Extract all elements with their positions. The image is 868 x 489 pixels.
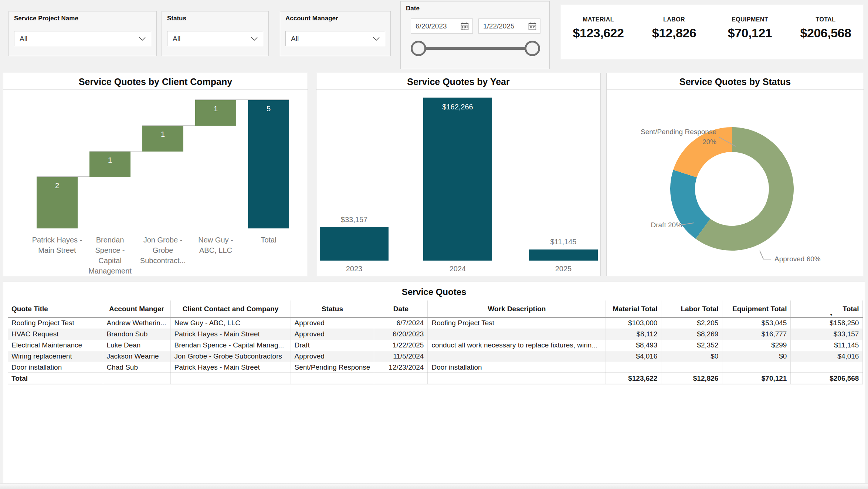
table-cell[interactable]: Approved (291, 351, 374, 362)
table-cell[interactable]: $299 (722, 340, 791, 351)
table-total-cell (103, 373, 170, 384)
waterfall-bar-data-label: 5 (248, 105, 289, 113)
column-header-material-total[interactable]: Material Total (606, 300, 661, 317)
table-cell[interactable] (428, 329, 606, 340)
service-quotes-table-panel: Service Quotes Quote TitleAccount Manger… (3, 282, 865, 483)
table-cell[interactable]: Approved (291, 329, 374, 340)
kpi-equipment: EQUIPMENT $70,121 (712, 5, 788, 59)
table-row[interactable]: Door installationChad SubPatrick Hayes -… (8, 362, 863, 373)
table-cell[interactable]: Electrical Maintenance (8, 340, 103, 351)
table-cell[interactable]: $53,045 (722, 317, 791, 329)
table-row[interactable]: Roofing Project TestAndrew Wetherin...Ne… (8, 317, 863, 329)
status-dropdown[interactable]: All (167, 31, 263, 46)
table-cell[interactable]: 6/20/2023 (374, 329, 428, 340)
waterfall-bar-data-label: 2 (37, 181, 78, 190)
waterfall-bar-data-label: 1 (142, 130, 183, 139)
date-end-input[interactable]: 1/22/2025 (478, 18, 540, 34)
table-cell[interactable]: $2,205 (661, 317, 722, 329)
table-cell[interactable]: 12/23/2024 (374, 362, 428, 373)
account-manager-dropdown[interactable]: All (285, 31, 385, 46)
year-bar-2024[interactable] (423, 98, 492, 261)
page-footer-strip (0, 483, 868, 489)
table-cell[interactable]: Sent/Pending Response (291, 362, 374, 373)
waterfall-bar-data-label: 1 (195, 105, 236, 113)
table-cell[interactable]: Roofing Project Test (428, 317, 606, 329)
callout-approved: Approved 60% (774, 254, 856, 264)
calendar-icon[interactable] (528, 22, 536, 30)
table-cell[interactable]: Andrew Wetherin... (103, 317, 170, 329)
table-cell[interactable]: Door installation (428, 362, 606, 373)
table-total-row: Total$123,622$12,826$70,121$206,568 (8, 373, 863, 384)
table-cell[interactable]: Draft (291, 340, 374, 351)
calendar-icon[interactable] (461, 22, 469, 30)
table-cell[interactable]: Jackson Wearne (103, 351, 170, 362)
callout-sent-pending: Sent/Pending Response 20% (621, 127, 716, 147)
kpi-total: TOTAL $206,568 (788, 5, 864, 59)
table-cell[interactable]: $4,016 (791, 351, 863, 362)
table-cell[interactable]: $8,493 (606, 340, 661, 351)
year-plot-area: $33,1572023$162,2662024$11,1452025 (316, 90, 600, 276)
table-total-cell (374, 373, 428, 384)
column-header-work-description[interactable]: Work Description (428, 300, 606, 317)
table-cell[interactable]: 6/7/2024 (374, 317, 428, 329)
kpi-value: $70,121 (728, 26, 772, 40)
date-range-slider-track[interactable] (418, 47, 532, 50)
table-cell[interactable]: $103,000 (606, 317, 661, 329)
table-cell[interactable]: Wiring replacement (8, 351, 103, 362)
table-row[interactable]: HVAC RequestBrandon SubPatrick Hayes - M… (8, 329, 863, 340)
table-row[interactable]: Wiring replacementJackson WearneJon Grob… (8, 351, 863, 362)
table-cell[interactable]: Jon Grobe - Grobe Subcontractors (170, 351, 291, 362)
table-total-cell: $12,826 (661, 373, 722, 384)
column-header-equipment-total[interactable]: Equipment Total (722, 300, 791, 317)
table-cell[interactable]: $8,112 (606, 329, 661, 340)
kpi-label: EQUIPMENT (732, 16, 768, 23)
column-header-status[interactable]: Status (291, 300, 374, 317)
service-project-name-slicer: Service Project Name All (9, 11, 157, 56)
table-header-row: Quote TitleAccount MangerClient Contact … (8, 300, 863, 317)
table-cell[interactable]: $33,157 (791, 329, 863, 340)
column-header-account-manger[interactable]: Account Manger (103, 300, 170, 317)
table-cell[interactable]: Roofing Project Test (8, 317, 103, 329)
year-bar-data-label: $162,266 (416, 103, 499, 111)
column-header-quote-title[interactable]: Quote Title (8, 300, 103, 317)
table-cell[interactable]: Luke Dean (103, 340, 170, 351)
table-cell[interactable]: $0 (661, 351, 722, 362)
table-cell[interactable]: $0 (722, 351, 791, 362)
column-header-labor-total[interactable]: Labor Total (661, 300, 722, 317)
table-row[interactable]: Electrical MaintenanceLuke DeanBrendan S… (8, 340, 863, 351)
table-cell[interactable]: HVAC Request (8, 329, 103, 340)
table-cell[interactable] (428, 351, 606, 362)
table-cell[interactable]: $16,777 (722, 329, 791, 340)
year-bar-2025[interactable] (529, 249, 598, 261)
table-cell[interactable]: $4,016 (606, 351, 661, 362)
column-header-client-contact-and-company[interactable]: Client Contact and Company (170, 300, 291, 317)
date-range-slider-handle-start[interactable] (411, 41, 426, 56)
table-cell[interactable]: Patrick Hayes - Main Street (170, 362, 291, 373)
date-range-slider-handle-end[interactable] (525, 41, 540, 56)
table-cell[interactable]: 11/5/2024 (374, 351, 428, 362)
year-bar-2023[interactable] (320, 227, 389, 261)
table-cell[interactable]: Patrick Hayes - Main Street (170, 329, 291, 340)
table-cell[interactable]: Chad Sub (103, 362, 170, 373)
table-cell[interactable]: Brandon Sub (103, 329, 170, 340)
table-cell[interactable]: conduct all work necessary to replace fi… (428, 340, 606, 351)
table-cell[interactable]: Approved (291, 317, 374, 329)
table-cell[interactable] (606, 362, 661, 373)
table-cell[interactable]: Door installation (8, 362, 103, 373)
service-project-name-dropdown[interactable]: All (14, 31, 151, 46)
table-cell[interactable]: $11,145 (791, 340, 863, 351)
table-cell[interactable]: $8,269 (661, 329, 722, 340)
table-cell[interactable] (791, 362, 863, 373)
chart-title: Service Quotes by Year (316, 73, 600, 90)
date-start-input[interactable]: 6/20/2023 (411, 18, 473, 34)
table-cell[interactable] (722, 362, 791, 373)
table-cell[interactable]: New Guy - ABC, LLC (170, 317, 291, 329)
table-cell[interactable] (661, 362, 722, 373)
waterfall-bar-total[interactable] (248, 100, 289, 228)
table-cell[interactable]: Brendan Spence - Capital Manag... (170, 340, 291, 351)
table-cell[interactable]: $158,250 (791, 317, 863, 329)
column-header-total[interactable]: Total▼ (791, 300, 863, 317)
table-cell[interactable]: 1/22/2025 (374, 340, 428, 351)
column-header-date[interactable]: Date (374, 300, 428, 317)
table-cell[interactable]: $2,352 (661, 340, 722, 351)
